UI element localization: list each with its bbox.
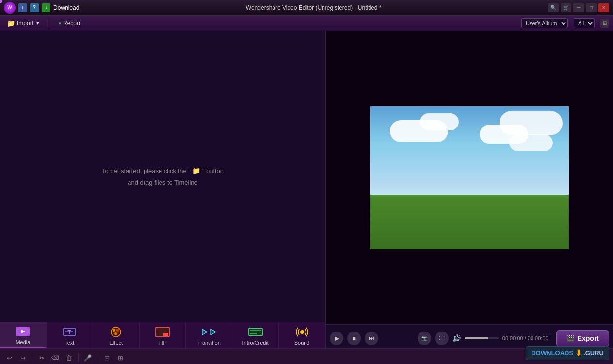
hint-line1: To get started, please click the “ 📁 ” b… <box>102 165 224 177</box>
album-select[interactable]: User's Album <box>521 18 568 28</box>
minimize-btn[interactable]: ─ <box>573 3 584 12</box>
tab-text[interactable]: T Text <box>47 322 93 348</box>
downloads-text: DOWNLOADS <box>531 349 573 357</box>
sound-tab-icon <box>294 325 310 339</box>
fb-btn[interactable]: f <box>18 3 27 12</box>
transition-tab-icon <box>201 325 217 339</box>
voiceover-button[interactable]: 🎤 <box>82 352 93 363</box>
tab-sound[interactable]: Sound <box>279 322 325 348</box>
tab-transition[interactable]: Transition <box>186 322 232 348</box>
redo-button[interactable]: ↪ <box>17 352 28 363</box>
tab-effect[interactable]: Effect <box>93 322 140 348</box>
record-button[interactable]: ● Record <box>55 19 85 28</box>
app-logo: W <box>4 2 16 14</box>
volume-slider[interactable] <box>465 337 499 339</box>
hint-line3: and drag files to Timeline <box>102 177 224 188</box>
text-tab-icon: T <box>62 325 77 339</box>
snapshot-button[interactable]: 📷 <box>418 332 431 345</box>
tab-transition-label: Transition <box>197 340 221 346</box>
volume-fill <box>465 337 488 339</box>
play-button[interactable]: ▶ <box>330 332 343 345</box>
svg-rect-2 <box>27 327 30 329</box>
svg-point-11 <box>113 329 115 332</box>
tl-sep-3 <box>97 353 97 362</box>
toolbar: 📁 Import ▼ ● Record User's Album All ⊞ <box>0 16 613 31</box>
close-btn[interactable]: ✕ <box>598 3 609 12</box>
delete-button[interactable]: 🗑 <box>64 352 74 363</box>
title-bar-controls: 🔍 🛒 ─ □ ✕ <box>548 3 609 12</box>
scissors-button[interactable]: ⌫ <box>50 352 61 363</box>
media-hint: To get started, please click the “ 📁 ” b… <box>102 165 224 189</box>
svg-point-13 <box>114 332 117 335</box>
split-button[interactable]: ⊟ <box>101 352 112 363</box>
main-content: To get started, please click the “ 📁 ” b… <box>0 31 613 348</box>
svg-point-12 <box>116 329 119 332</box>
maximize-btn[interactable]: □ <box>586 3 597 12</box>
pip-tab-icon <box>155 325 170 339</box>
svg-point-23 <box>300 330 304 334</box>
tab-sound-label: Sound <box>294 340 310 346</box>
stop-button[interactable]: ■ <box>347 332 361 345</box>
tab-effect-label: Effect <box>109 340 123 346</box>
export-icon: 🎬 <box>566 334 575 342</box>
cloud-5 <box>509 134 553 151</box>
merge-button[interactable]: ⊞ <box>115 352 126 363</box>
record-icon: ● <box>58 20 61 26</box>
cloud-2 <box>420 113 459 130</box>
svg-marker-17 <box>211 329 216 335</box>
timeline-toolbar: ↩ ↪ ✂ ⌫ 🗑 🎤 ⊟ ⊞ − + <box>0 349 613 364</box>
export-label: Export <box>578 334 599 342</box>
svg-rect-4 <box>27 334 30 336</box>
help-btn[interactable]: ? <box>30 3 39 12</box>
grid-view-btn[interactable]: ⊞ <box>600 19 609 28</box>
record-label: Record <box>63 20 82 27</box>
media-tab-icon <box>15 325 31 338</box>
tl-sep-2 <box>78 353 79 362</box>
filter-select[interactable]: All <box>574 18 595 28</box>
timeline-area: ↩ ↪ ✂ ⌫ 🗑 🎤 ⊟ ⊞ − + 0:00:00:00 00:00:30:… <box>0 348 613 364</box>
tab-pip-label: PIP <box>158 340 167 346</box>
preview-ground <box>370 195 569 249</box>
tab-media-label: Media <box>16 339 30 345</box>
download-label: Download <box>53 4 79 11</box>
export-button[interactable]: 🎬 Export <box>556 330 609 347</box>
import-dropdown-icon[interactable]: ▼ <box>35 20 40 26</box>
title-bar-title: Wondershare Video Editor (Unregistered) … <box>79 4 548 11</box>
title-bar: W f ? ↓ Download Wondershare Video Edito… <box>0 0 613 16</box>
tab-media[interactable]: Media <box>0 322 47 348</box>
tab-pip[interactable]: PIP <box>140 322 186 348</box>
folder-icon: 📁 <box>7 19 15 27</box>
cut-button[interactable]: ✂ <box>36 352 47 363</box>
svg-marker-16 <box>202 329 207 335</box>
volume-icon: 🔊 <box>452 334 461 342</box>
download-toolbar-btn[interactable]: ↓ <box>42 3 50 12</box>
svg-rect-1 <box>16 327 18 329</box>
next-frame-button[interactable]: ⏭ <box>365 332 378 345</box>
preview-image <box>370 106 569 249</box>
tab-intro[interactable]: Intro/Credit <box>232 322 279 348</box>
folder-inline-icon: 📁 <box>192 167 200 174</box>
downloads-badge: DOWNLOADS ⬇ .GURU <box>526 346 609 360</box>
tab-text-label: Text <box>65 340 74 346</box>
downloads-arrow-icon: ⬇ <box>575 348 581 358</box>
search-icon[interactable]: 🔍 <box>548 3 559 12</box>
undo-button[interactable]: ↩ <box>4 352 15 363</box>
controls-bar: ▶ ■ ⏭ 📷 ⛶ 🔊 00:00:00 / 00:00:00 🎬 Export <box>326 324 613 348</box>
fullscreen-button[interactable]: ⛶ <box>435 332 449 345</box>
import-button[interactable]: 📁 Import ▼ <box>4 18 43 28</box>
time-display: 00:00:00 / 00:00:00 <box>502 335 548 341</box>
right-panel: ▶ ■ ⏭ 📷 ⛶ 🔊 00:00:00 / 00:00:00 🎬 Export <box>326 31 613 348</box>
tl-sep-1 <box>32 353 32 362</box>
store-icon[interactable]: 🛒 <box>561 3 571 12</box>
svg-rect-15 <box>163 333 168 336</box>
toolbar-sep-1 <box>49 18 49 28</box>
title-bar-left: W f ? ↓ Download <box>4 2 79 14</box>
effect-tab-icon <box>108 325 124 339</box>
intro-tab-icon <box>248 325 263 339</box>
tab-intro-label: Intro/Credit <box>242 340 269 346</box>
progress-bar-bg[interactable] <box>0 0 613 1</box>
media-content: To get started, please click the “ 📁 ” b… <box>0 31 325 322</box>
preview-area <box>326 31 613 324</box>
preview-sky <box>370 106 569 199</box>
downloads-suffix: .GURU <box>583 349 604 357</box>
